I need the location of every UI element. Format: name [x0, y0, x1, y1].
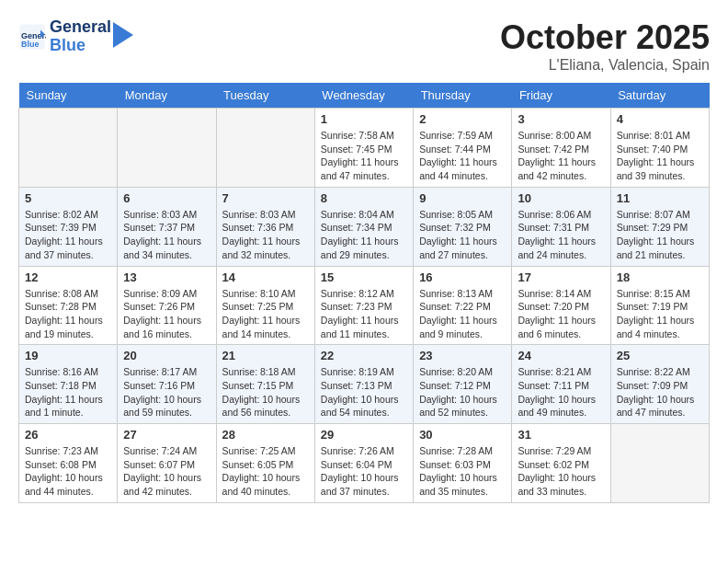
calendar-cell	[610, 424, 709, 503]
day-number: 13	[123, 270, 210, 284]
day-info: Sunrise: 7:23 AM Sunset: 6:08 PM Dayligh…	[25, 444, 111, 499]
calendar-cell: 7Sunrise: 8:03 AM Sunset: 7:36 PM Daylig…	[216, 187, 314, 266]
day-number: 2	[419, 112, 506, 126]
day-info: Sunrise: 7:58 AM Sunset: 7:45 PM Dayligh…	[321, 129, 407, 183]
day-number: 29	[321, 428, 407, 442]
calendar-cell: 25Sunrise: 8:22 AM Sunset: 7:09 PM Dayli…	[610, 345, 709, 424]
day-number: 21	[222, 349, 309, 362]
calendar-cell: 29Sunrise: 7:26 AM Sunset: 6:04 PM Dayli…	[314, 424, 413, 503]
calendar-cell: 21Sunrise: 8:18 AM Sunset: 7:15 PM Dayli…	[216, 345, 314, 424]
day-info: Sunrise: 8:10 AM Sunset: 7:25 PM Dayligh…	[222, 287, 309, 341]
calendar-cell: 10Sunrise: 8:06 AM Sunset: 7:31 PM Dayli…	[512, 187, 610, 266]
calendar-cell: 30Sunrise: 7:28 AM Sunset: 6:03 PM Dayli…	[414, 424, 512, 503]
day-number: 24	[518, 349, 604, 362]
calendar-cell: 15Sunrise: 8:12 AM Sunset: 7:23 PM Dayli…	[314, 266, 413, 345]
day-info: Sunrise: 8:08 AM Sunset: 7:28 PM Dayligh…	[25, 287, 111, 341]
day-info: Sunrise: 8:18 AM Sunset: 7:15 PM Dayligh…	[222, 365, 309, 419]
day-info: Sunrise: 8:14 AM Sunset: 7:20 PM Dayligh…	[518, 287, 604, 341]
calendar-cell: 28Sunrise: 7:25 AM Sunset: 6:05 PM Dayli…	[216, 424, 314, 503]
day-number: 28	[222, 428, 309, 442]
day-number: 5	[25, 191, 111, 205]
day-info: Sunrise: 8:03 AM Sunset: 7:36 PM Dayligh…	[222, 208, 309, 262]
calendar-cell: 19Sunrise: 8:16 AM Sunset: 7:18 PM Dayli…	[19, 345, 118, 424]
title-block: October 2025 L'Eliana, Valencia, Spain	[500, 18, 710, 74]
calendar-cell: 1Sunrise: 7:58 AM Sunset: 7:45 PM Daylig…	[314, 109, 413, 188]
day-number: 18	[617, 270, 703, 284]
day-number: 3	[518, 112, 604, 126]
day-info: Sunrise: 7:59 AM Sunset: 7:44 PM Dayligh…	[419, 129, 506, 183]
calendar-cell: 2Sunrise: 7:59 AM Sunset: 7:44 PM Daylig…	[414, 109, 512, 188]
svg-marker-4	[113, 22, 133, 48]
calendar-cell: 9Sunrise: 8:05 AM Sunset: 7:32 PM Daylig…	[414, 187, 512, 266]
calendar-cell: 24Sunrise: 8:21 AM Sunset: 7:11 PM Dayli…	[512, 345, 610, 424]
calendar-cell: 8Sunrise: 8:04 AM Sunset: 7:34 PM Daylig…	[314, 187, 413, 266]
day-number: 20	[123, 349, 210, 362]
weekday-header-friday: Friday	[512, 83, 610, 109]
calendar-week-row: 5Sunrise: 8:02 AM Sunset: 7:39 PM Daylig…	[19, 187, 710, 266]
weekday-header-saturday: Saturday	[610, 83, 709, 109]
calendar-week-row: 12Sunrise: 8:08 AM Sunset: 7:28 PM Dayli…	[19, 266, 710, 345]
calendar-cell: 22Sunrise: 8:19 AM Sunset: 7:13 PM Dayli…	[314, 345, 413, 424]
calendar-week-row: 26Sunrise: 7:23 AM Sunset: 6:08 PM Dayli…	[19, 424, 710, 503]
day-number: 1	[321, 112, 407, 126]
calendar-cell: 3Sunrise: 8:00 AM Sunset: 7:42 PM Daylig…	[512, 109, 610, 188]
day-info: Sunrise: 8:16 AM Sunset: 7:18 PM Dayligh…	[25, 365, 111, 419]
day-info: Sunrise: 8:05 AM Sunset: 7:32 PM Dayligh…	[419, 208, 506, 262]
weekday-header-sunday: Sunday	[19, 83, 118, 109]
day-info: Sunrise: 8:21 AM Sunset: 7:11 PM Dayligh…	[518, 365, 604, 419]
day-info: Sunrise: 8:22 AM Sunset: 7:09 PM Dayligh…	[617, 365, 703, 419]
calendar-cell: 18Sunrise: 8:15 AM Sunset: 7:19 PM Dayli…	[610, 266, 709, 345]
day-info: Sunrise: 8:04 AM Sunset: 7:34 PM Dayligh…	[321, 208, 407, 262]
day-number: 30	[419, 428, 506, 442]
day-info: Sunrise: 8:00 AM Sunset: 7:42 PM Dayligh…	[518, 129, 604, 183]
calendar-cell: 13Sunrise: 8:09 AM Sunset: 7:26 PM Dayli…	[118, 266, 216, 345]
weekday-header-thursday: Thursday	[414, 83, 512, 109]
day-number: 6	[123, 191, 210, 205]
calendar-cell: 6Sunrise: 8:03 AM Sunset: 7:37 PM Daylig…	[118, 187, 216, 266]
day-number: 7	[222, 191, 309, 205]
day-number: 16	[419, 270, 506, 284]
calendar-cell: 20Sunrise: 8:17 AM Sunset: 7:16 PM Dayli…	[118, 345, 216, 424]
logo-icon: General Blue	[18, 23, 46, 51]
day-number: 23	[419, 349, 506, 362]
logo: General Blue General Blue	[18, 18, 133, 55]
calendar-table: SundayMondayTuesdayWednesdayThursdayFrid…	[18, 83, 710, 503]
day-number: 15	[321, 270, 407, 284]
svg-text:Blue: Blue	[21, 39, 40, 48]
calendar-week-row: 19Sunrise: 8:16 AM Sunset: 7:18 PM Dayli…	[19, 345, 710, 424]
weekday-header-row: SundayMondayTuesdayWednesdayThursdayFrid…	[19, 83, 710, 109]
logo-general: General	[50, 17, 111, 36]
day-number: 22	[321, 349, 407, 362]
calendar-cell: 27Sunrise: 7:24 AM Sunset: 6:07 PM Dayli…	[118, 424, 216, 503]
calendar-cell: 11Sunrise: 8:07 AM Sunset: 7:29 PM Dayli…	[610, 187, 709, 266]
day-info: Sunrise: 7:26 AM Sunset: 6:04 PM Dayligh…	[321, 444, 407, 499]
calendar-cell	[216, 109, 314, 188]
day-info: Sunrise: 8:19 AM Sunset: 7:13 PM Dayligh…	[321, 365, 407, 419]
calendar-cell: 4Sunrise: 8:01 AM Sunset: 7:40 PM Daylig…	[610, 109, 709, 188]
day-info: Sunrise: 8:12 AM Sunset: 7:23 PM Dayligh…	[321, 287, 407, 341]
calendar-cell: 12Sunrise: 8:08 AM Sunset: 7:28 PM Dayli…	[19, 266, 118, 345]
day-info: Sunrise: 7:24 AM Sunset: 6:07 PM Dayligh…	[123, 444, 210, 499]
page-header: General Blue General Blue October 2025 L…	[18, 18, 710, 74]
day-info: Sunrise: 8:03 AM Sunset: 7:37 PM Dayligh…	[123, 208, 210, 262]
day-number: 14	[222, 270, 309, 284]
calendar-cell: 17Sunrise: 8:14 AM Sunset: 7:20 PM Dayli…	[512, 266, 610, 345]
calendar-cell: 14Sunrise: 8:10 AM Sunset: 7:25 PM Dayli…	[216, 266, 314, 345]
calendar-week-row: 1Sunrise: 7:58 AM Sunset: 7:45 PM Daylig…	[19, 109, 710, 188]
day-number: 12	[25, 270, 111, 284]
day-info: Sunrise: 8:17 AM Sunset: 7:16 PM Dayligh…	[123, 365, 210, 419]
day-number: 26	[25, 428, 111, 442]
day-number: 19	[25, 349, 111, 362]
calendar-cell: 23Sunrise: 8:20 AM Sunset: 7:12 PM Dayli…	[414, 345, 512, 424]
day-info: Sunrise: 8:02 AM Sunset: 7:39 PM Dayligh…	[25, 208, 111, 262]
day-number: 17	[518, 270, 604, 284]
day-info: Sunrise: 8:01 AM Sunset: 7:40 PM Dayligh…	[617, 129, 703, 183]
calendar-cell	[19, 109, 118, 188]
calendar-cell: 5Sunrise: 8:02 AM Sunset: 7:39 PM Daylig…	[19, 187, 118, 266]
day-info: Sunrise: 7:29 AM Sunset: 6:02 PM Dayligh…	[518, 444, 604, 499]
calendar-cell: 31Sunrise: 7:29 AM Sunset: 6:02 PM Dayli…	[512, 424, 610, 503]
day-info: Sunrise: 8:06 AM Sunset: 7:31 PM Dayligh…	[518, 208, 604, 262]
calendar-cell: 16Sunrise: 8:13 AM Sunset: 7:22 PM Dayli…	[414, 266, 512, 345]
day-number: 10	[518, 191, 604, 205]
day-info: Sunrise: 7:25 AM Sunset: 6:05 PM Dayligh…	[222, 444, 309, 499]
